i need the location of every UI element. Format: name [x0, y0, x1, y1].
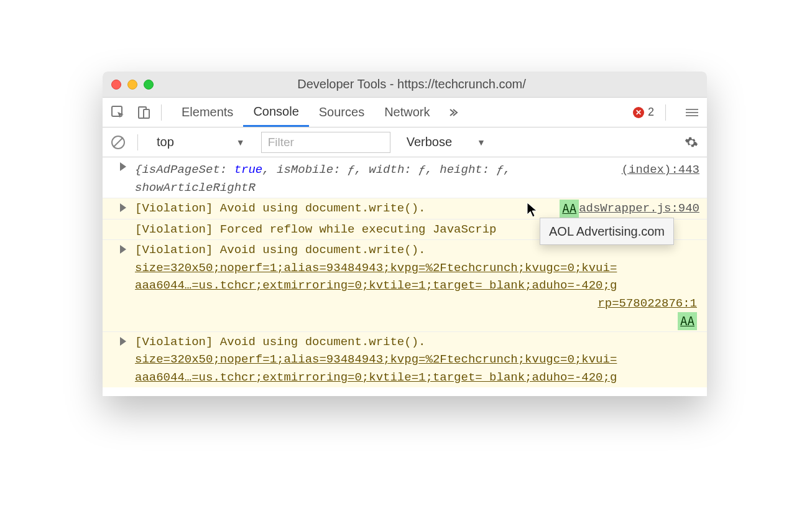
tab-elements[interactable]: Elements — [172, 98, 243, 127]
toolbar-right: ✕ 2 — [633, 104, 698, 121]
console-row[interactable]: AA adsWrapper.js:940 [Violation] Avoid u… — [103, 198, 707, 219]
divider — [665, 104, 666, 121]
disclosure-triangle-icon[interactable] — [120, 162, 126, 171]
tab-sources[interactable]: Sources — [309, 98, 374, 127]
device-toolbar-icon[interactable] — [137, 106, 151, 119]
disclosure-triangle-icon[interactable] — [120, 337, 126, 346]
panel-tabs: Elements Console Sources Network — [172, 98, 466, 127]
error-icon: ✕ — [633, 107, 644, 118]
source-link[interactable]: adsWrapper.js:940 — [579, 200, 699, 218]
devtools-tabbar: Elements Console Sources Network ✕ 2 — [103, 98, 707, 127]
filter-input[interactable] — [261, 132, 390, 153]
logged-object[interactable]: {isAdPageSet: true, isMobile: ƒ, width: … — [135, 161, 699, 196]
request-detail[interactable]: aaa6044…=us.tchcr;extmirroring=0;kvtile=… — [135, 277, 699, 295]
chevron-down-icon: ▼ — [477, 137, 486, 147]
third-party-badge[interactable]: AA — [678, 312, 697, 330]
request-detail[interactable]: size=320x50;noperf=1;alias=93484943;kvpg… — [135, 259, 699, 277]
toolbar-left — [111, 106, 151, 119]
settings-gear-icon[interactable] — [685, 136, 698, 149]
disclosure-triangle-icon[interactable] — [120, 203, 126, 212]
close-window-button[interactable] — [111, 80, 121, 90]
chevron-down-icon: ▼ — [236, 137, 245, 147]
window-title: Developer Tools - https://techcrunch.com… — [125, 77, 698, 91]
violation-message: [Violation] Avoid using document.write()… — [135, 333, 699, 351]
log-level-select[interactable]: Verbose ▼ — [400, 135, 492, 149]
svg-rect-2 — [144, 109, 149, 118]
request-detail[interactable]: rp=578022876:1 — [121, 295, 699, 313]
request-detail[interactable]: aaa6044…=us.tchcr;extmirroring=0;kvtile=… — [135, 369, 699, 387]
console-output[interactable]: (index):443 {isAdPageSet: true, isMobile… — [103, 157, 707, 396]
badge-tooltip: AOL Advertising.com — [540, 218, 674, 245]
mouse-cursor-icon — [527, 202, 539, 218]
error-count-badge[interactable]: ✕ 2 — [633, 106, 654, 119]
devtools-window: Developer Tools - https://techcrunch.com… — [103, 72, 707, 396]
level-label: Verbose — [407, 135, 452, 149]
third-party-badge[interactable]: AA — [560, 200, 579, 218]
kebab-menu-icon[interactable] — [686, 109, 698, 116]
clear-console-icon[interactable] — [111, 136, 125, 149]
request-detail[interactable]: size=320x50;noperf=1;alias=93484943;kvpg… — [135, 351, 699, 369]
violation-message: [Violation] Forced reflow while executin… — [135, 223, 497, 236]
divider — [161, 104, 162, 121]
divider — [137, 134, 138, 150]
console-filterbar: top ▼ Verbose ▼ — [103, 127, 707, 157]
context-label: top — [157, 135, 174, 149]
disclosure-triangle-icon[interactable] — [120, 245, 126, 254]
tab-console[interactable]: Console — [243, 98, 308, 127]
error-count: 2 — [648, 106, 654, 119]
source-link[interactable]: (index):443 — [622, 161, 699, 179]
execution-context-select[interactable]: top ▼ — [150, 135, 251, 149]
console-row[interactable]: (index):443 {isAdPageSet: true, isMobile… — [103, 157, 707, 198]
console-row[interactable]: [Violation] Avoid using document.write()… — [103, 240, 707, 332]
console-row[interactable]: [Violation] Avoid using document.write()… — [103, 332, 707, 388]
titlebar: Developer Tools - https://techcrunch.com… — [103, 72, 707, 98]
inspect-element-icon[interactable] — [111, 106, 125, 119]
tab-network[interactable]: Network — [374, 98, 440, 127]
more-tabs-chevron-icon[interactable] — [440, 98, 466, 127]
